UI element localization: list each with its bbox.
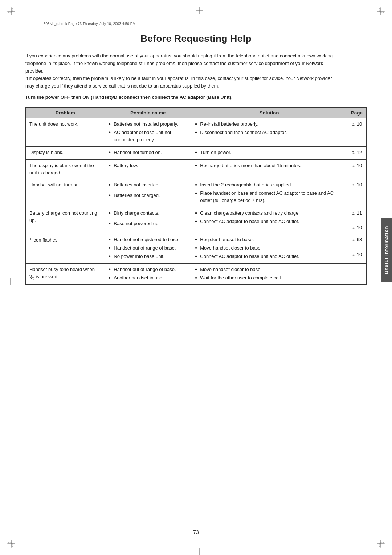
bullet-item: •Batteries not charged. [109,192,187,199]
bullet-item: •No power into base unit. [109,253,187,260]
problem-cell: The display is blank even if the unit is… [26,159,105,179]
table-row: Handset will not turn on. •Batteries not… [26,179,367,207]
table-row: Handset busy tone heard when is pressed.… [26,263,367,285]
page-cell: p. 10 [347,118,366,146]
bold-note-text: Turn the power OFF then ON (Handset)/Dis… [25,94,233,100]
page-cell: p. 11p. 10 [347,207,366,234]
page-cell: p. 63p. 10 [347,234,366,263]
bullet-item: •Handset out of range of base. [109,244,187,252]
table-row: The unit does not work. •Batteries not i… [26,118,367,146]
bullet-item: •Move handset closer to base. [195,266,343,274]
cause-cell: •Battery low. [105,159,191,179]
page-title: Before Requesting Help [25,33,367,44]
bullet-item: •Turn on power. [195,149,343,157]
bullet-item: •Batteries not inserted. [109,181,187,189]
cause-cell: •Handset not registered to base. •Handse… [105,234,191,263]
bullet-item: •Another handset in use. [109,274,187,282]
bullet-item: •Clean charge/battery contacts and retry… [195,210,343,217]
page-cell [347,263,366,285]
bullet-item: •Disconnect and then connect AC adaptor. [195,129,343,137]
page-cell: p. 12 [347,146,366,159]
bullet-item: •Handset not turned on. [109,149,187,157]
page: 505NL_e.book Page 73 Thursday, July 10, … [0,0,392,555]
bullet-item: •Base not powered up. [109,220,187,228]
cause-cell: •Handset not turned on. [105,146,191,159]
table-row: The display is blank even if the unit is… [26,159,367,179]
solution-cell: •Recharge batteries more than about 15 m… [191,159,347,179]
table-row: Display is blank. •Handset not turned on… [26,146,367,159]
problem-cell: Battery charge icon not counting up. [26,207,105,234]
bullet-item: •Recharge batteries more than about 15 m… [195,162,343,170]
solution-cell: •Insert the 2 rechargeable batteries sup… [191,179,347,207]
intro-text: If you experience any problems with the … [25,52,338,90]
bullet-item: •Connect AC adaptor to base unit and AC … [195,218,343,226]
cause-cell: •Batteries not installed properly. •AC a… [105,118,191,146]
side-tab-container: Useful Information [381,218,392,282]
bullet-item: •Insert the 2 rechargeable batteries sup… [195,181,343,189]
bullet-item: •AC adaptor of base unit not connected p… [109,129,187,143]
bullet-item: •Wait for the other user to complete cal… [195,274,343,282]
col-header-problem: Problem [26,107,105,118]
solution-cell: •Register handset to base. •Move handset… [191,234,347,263]
problem-cell: Handset busy tone heard when is pressed. [26,263,105,285]
cause-cell: •Batteries not inserted. •Batteries not … [105,179,191,207]
bullet-item: •Dirty charge contacts. [109,210,187,217]
bullet-item: •Handset out of range of base. [109,266,187,274]
problem-cell: Display is blank. [26,146,105,159]
solution-cell: •Re-install batteries properly. •Disconn… [191,118,347,146]
solution-cell: •Turn on power. [191,146,347,159]
bold-note: Turn the power OFF then ON (Handset)/Dis… [25,94,338,101]
troubleshooting-table: Problem Possible cause Solution Page The… [25,107,367,285]
page-cell: p. 10 [347,159,366,179]
bullet-item: •Place handset on base and connect AC ad… [195,190,343,204]
bullet-item: •Connect AC adaptor to base unit and AC … [195,253,343,260]
bullet-item: •Register handset to base. [195,236,343,244]
table-row: ᵀ icon flashes. •Handset not registered … [26,234,367,263]
bullet-item: •Batteries not installed properly. [109,121,187,128]
bullet-item: •Handset not registered to base. [109,236,187,244]
side-tab-label: Useful Information [381,218,392,282]
solution-cell: •Clean charge/battery contacts and retry… [191,207,347,234]
col-header-solution: Solution [191,107,347,118]
cause-cell: •Handset out of range of base. •Another … [105,263,191,285]
col-header-page: Page [347,107,366,118]
problem-cell: ᵀ icon flashes. [26,234,105,263]
problem-cell: The unit does not work. [26,118,105,146]
table-row: Battery charge icon not counting up. •Di… [26,207,367,234]
phone-icon [29,275,34,280]
bullet-item: •Battery low. [109,162,187,170]
page-number: 73 [193,529,199,535]
col-header-cause: Possible cause [105,107,191,118]
bullet-item: •Re-install batteries properly. [195,121,343,128]
page-cell: p. 10 [347,179,366,207]
bullet-item: •Move handset closer to base. [195,244,343,252]
antenna-icon: ᵀ [29,237,31,243]
cause-cell: •Dirty charge contacts. •Base not powere… [105,207,191,234]
problem-cell: Handset will not turn on. [26,179,105,207]
solution-cell: •Move handset closer to base. •Wait for … [191,263,347,285]
file-info: 505NL_e.book Page 73 Thursday, July 10, … [44,22,367,26]
